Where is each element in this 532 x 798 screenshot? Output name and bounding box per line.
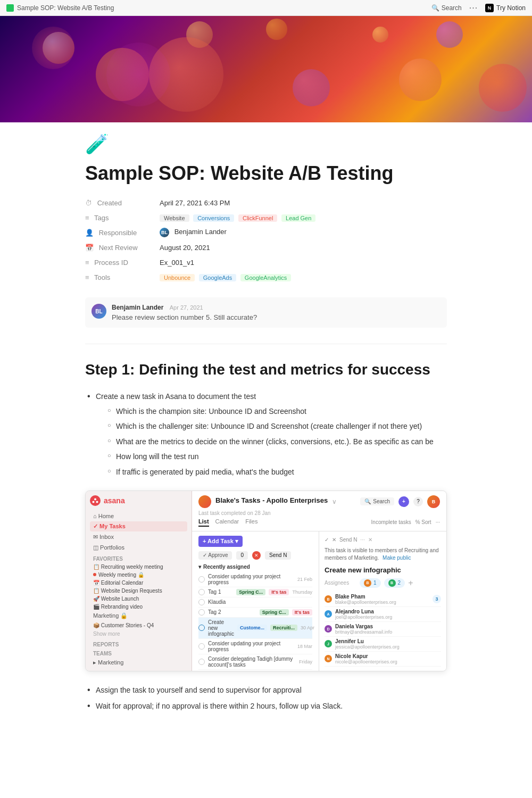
assignee-chip-2[interactable]: B 2	[384, 578, 405, 588]
asana-show-more[interactable]: Show more	[90, 629, 187, 638]
assignee-av-1: B	[364, 579, 371, 587]
detail-panel-approve[interactable]: ✓	[325, 537, 329, 543]
asana-fav-7[interactable]: 📦 Customer Stories - Q4	[90, 621, 187, 629]
asana-team-managers[interactable]: ▸ Managers	[90, 668, 187, 671]
svg-point-0	[94, 498, 96, 500]
asana-favorites-label: Favorites	[93, 556, 187, 562]
sub-bullet-1: Which is the champion site: Unbounce ID …	[106, 405, 447, 417]
asana-nav-marketing[interactable]: Marketing 🔒	[90, 611, 187, 621]
asana-fav-4[interactable]: 📋 Website Design Requests	[90, 587, 187, 595]
task-row-4[interactable]: Tag 2 Spring C... It's tas	[198, 608, 312, 618]
asana-nav-mytasks[interactable]: ✓ My Tasks	[90, 521, 187, 531]
tag-website[interactable]: Website	[160, 214, 189, 222]
tag-unbounce[interactable]: Unbounce	[160, 274, 195, 281]
asana-send-button[interactable]: Send N	[265, 551, 291, 560]
bubble-6	[293, 69, 330, 106]
sub-bullet-5: If traffic is generated by paid media, w…	[106, 466, 447, 478]
asana-mockup: asana ⌂ Home ✓ My Tasks ✉ Inbox ◫ Portfo…	[86, 491, 446, 671]
task-checkbox-1[interactable]	[198, 576, 205, 583]
bubble-7	[372, 27, 388, 43]
assignee-item-5: N Nicole Kapur nicole@apolloenterprises.…	[325, 652, 441, 667]
sub-bullet-list: Which is the champion site: Unbounce ID …	[106, 405, 447, 478]
bottom-bullet-1: Assign the task to yourself and send to …	[85, 684, 447, 696]
detail-assignees-row: Assignees B 1 B 2 +	[325, 578, 441, 588]
bullet-item-1: Create a new task in Asana to document t…	[85, 390, 447, 478]
comment-block: BL Benjamin Lander Apr 27, 2021 Please r…	[85, 297, 447, 328]
task-row-8[interactable]: Consider updating your project progress	[198, 670, 312, 671]
task-row-7[interactable]: Consider delegating Tadigh [dummy accoun…	[198, 654, 312, 670]
try-notion-button[interactable]: N Try Notion	[485, 4, 526, 12]
asana-x-button[interactable]: ✕	[252, 551, 261, 560]
assignee-1-avatar: B	[325, 595, 332, 603]
task-row-3[interactable]: Klaudia	[198, 597, 312, 608]
person-icon: 👤	[85, 229, 94, 237]
asana-logo-icon	[90, 495, 101, 506]
asana-nav-home[interactable]: ⌂ Home	[90, 511, 187, 521]
task-checkbox-7[interactable]	[198, 659, 205, 665]
tag-googleanalytics[interactable]: GoogleAnalytics	[240, 274, 292, 281]
tag-leadgen[interactable]: Lead Gen	[281, 214, 315, 222]
asana-tab-files[interactable]: Files	[245, 518, 257, 527]
assignee-item-1: B Blake Pham blake@apolloenterprises.org…	[325, 592, 441, 607]
task-checkbox-5[interactable]	[198, 625, 205, 631]
tag-googleads[interactable]: GoogleAds	[199, 274, 236, 281]
detail-panel-send[interactable]: Send N	[339, 537, 357, 543]
asana-nav-inbox[interactable]: ✉ Inbox	[90, 532, 187, 542]
meta-responsible-value: BL Benjamin Lander	[160, 225, 447, 240]
detail-panel-close[interactable]: ✕	[368, 537, 372, 543]
task-row-2[interactable]: Tag 1 Spring C... It's tas Thursday	[198, 587, 312, 597]
detail-panel-more[interactable]: ···	[360, 537, 364, 543]
meta-responsible-row: 👤 Responsible BL Benjamin Lander	[85, 225, 447, 240]
meta-created-label: ⏱ Created	[85, 195, 160, 210]
bottom-bullets: Assign the task to yourself and send to …	[85, 684, 447, 712]
assignees-list: B Blake Pham blake@apolloenterprises.org…	[325, 592, 441, 667]
assignee-1-name: Blake Pham	[335, 594, 396, 600]
make-public-button[interactable]: Make public	[383, 555, 411, 561]
task-row-5[interactable]: Create new infographic Custome... Recrui…	[198, 618, 312, 639]
sub-bullet-2: Which is the challenger site: Unbounce I…	[106, 420, 447, 432]
asana-fav-6[interactable]: 🎬 Rebranding video	[90, 603, 187, 611]
asana-tabs: List Calendar Files	[198, 518, 257, 527]
page-icon: 🧪	[85, 133, 447, 155]
asana-approve-button[interactable]: ✓ Approve	[198, 551, 232, 560]
assignees-label: Assignees	[325, 580, 356, 586]
assignee-av-2: B	[388, 579, 396, 587]
detail-panel-reject[interactable]: ✕	[332, 537, 336, 543]
meta-created-row: ⏱ Created April 27, 2021 6:43 PM	[85, 195, 447, 210]
task-checkbox-6[interactable]	[198, 643, 205, 650]
asana-fav-1[interactable]: 📋 Recruiting weekly meeting	[90, 563, 187, 571]
search-icon: 🔍	[431, 4, 439, 12]
asana-teams-label: Teams	[93, 651, 187, 656]
assignee-item-4: J Jennifer Lu jessica@apolloenterprises.…	[325, 637, 441, 652]
asana-nav-portfolios[interactable]: ◫ Portfolios	[90, 543, 187, 553]
asana-fav-2[interactable]: Weekly meeting 🔒	[90, 571, 187, 579]
tag-conversions[interactable]: Conversions	[193, 214, 234, 222]
add-assignee-button[interactable]: +	[408, 578, 413, 588]
asana-tab-calendar[interactable]: Calendar	[215, 518, 239, 527]
assignee-2-name: Alejandro Luna	[335, 609, 392, 614]
tag-clickfunnel[interactable]: ClickFunnel	[238, 214, 277, 222]
asana-team-marketing[interactable]: ▸ Marketing	[90, 658, 187, 668]
asana-detail-panel: ✓ ✕ Send N ··· ✕ This task is visible to…	[319, 531, 446, 671]
sub-bullet-4: How long will the test run	[106, 451, 447, 462]
step1-heading: Step 1: Defining the test and metrics fo…	[85, 360, 447, 379]
asana-fav-5[interactable]: 🚀 Website Launch	[90, 595, 187, 603]
task-checkbox-2[interactable]	[198, 589, 205, 595]
clock-icon: ⏱	[85, 199, 92, 207]
task-row-1[interactable]: Consider updating your project progress …	[198, 572, 312, 587]
bubble-8	[399, 59, 442, 101]
task-row-6[interactable]: Consider updating your project progress …	[198, 639, 312, 654]
more-options-button[interactable]: ···	[469, 3, 478, 13]
task-checkbox-3[interactable]	[198, 599, 205, 605]
asana-add-task-button[interactable]: + Add Task ▾	[198, 536, 243, 547]
assignees-count-1[interactable]: B 1	[360, 578, 381, 588]
asana-more-options[interactable]: ···	[436, 519, 440, 525]
asana-reports-label: Reports	[93, 642, 187, 647]
process-icon: ≡	[85, 259, 89, 267]
search-button[interactable]: 🔍 Search	[431, 4, 462, 12]
task-checkbox-4[interactable]	[198, 609, 205, 616]
asana-tab-list[interactable]: List	[198, 518, 209, 527]
svg-point-2	[96, 501, 98, 503]
asana-fav-3[interactable]: 📅 Editorial Calendar	[90, 579, 187, 587]
asana-sort-label[interactable]: % Sort	[415, 519, 431, 525]
